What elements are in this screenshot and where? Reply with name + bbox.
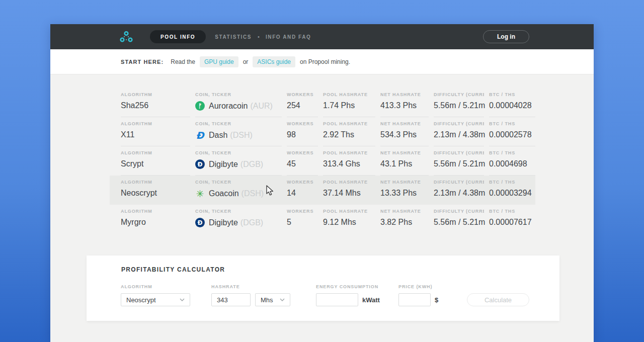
coin-cell: COIN, TICKER Ð Digibyte (DGB) bbox=[195, 205, 282, 234]
difficulty-cell: DIFFICULTY (CURRENT/.. 2.13m / 4.38m bbox=[434, 117, 484, 146]
energy-consumption-input[interactable] bbox=[316, 293, 358, 306]
gpu-guide-link[interactable]: GPU guide bbox=[200, 56, 238, 67]
pool-hashrate-value: 37.14 Mhs bbox=[323, 189, 375, 198]
net-hashrate-header: NET HASHRATE bbox=[380, 209, 429, 214]
algorithm-select-value: Neoscrypt bbox=[126, 296, 156, 304]
pool-hashrate-cell: POOL HASHRATE 313.4 Ghs bbox=[323, 146, 375, 176]
coin-name: Goacoin bbox=[209, 189, 239, 198]
algorithm-header: ALGORITHM bbox=[121, 180, 190, 185]
pool-hashrate-cell: POOL HASHRATE 9.12 Mhs bbox=[323, 205, 375, 234]
start-here-bar: START HERE: Read the GPU guide or ASICs … bbox=[50, 49, 594, 74]
algorithm-cell: ALGORITHM Myrgro bbox=[121, 205, 190, 234]
algorithm-header: ALGORITHM bbox=[121, 209, 190, 214]
coin-cell: COIN, TICKER Ð Digibyte (DGB) bbox=[195, 146, 282, 176]
net-hashrate-value: 534.3 Phs bbox=[380, 130, 429, 139]
btc-ths-value: 0.00007617 bbox=[489, 218, 535, 227]
asics-guide-link[interactable]: ASICs guide bbox=[253, 56, 295, 67]
algorithm-select[interactable]: Neoscrypt bbox=[121, 293, 190, 306]
difficulty-header: DIFFICULTY (CURRENT/.. bbox=[434, 150, 484, 155]
workers-value: 98 bbox=[287, 130, 318, 139]
energy-unit-label: kWatt bbox=[362, 296, 380, 304]
algorithm-cell: ALGORITHM Sha256 bbox=[121, 88, 190, 117]
price-kwh-input[interactable] bbox=[398, 293, 431, 306]
algorithm-header: ALGORITHM bbox=[121, 150, 190, 155]
coin-ticker-header: COIN, TICKER bbox=[195, 92, 282, 97]
app-window: POOL INFO STATISTICS • INFO AND FAQ Log … bbox=[50, 24, 594, 342]
mouse-cursor-icon bbox=[266, 185, 274, 196]
workers-header: WORKERS bbox=[287, 180, 318, 185]
coin-cell: COIN, TICKER ᚠ Auroracoin (AUR) bbox=[195, 88, 282, 117]
net-hashrate-header: NET HASHRATE bbox=[380, 150, 429, 155]
net-hashrate-value: 3.82 Phs bbox=[380, 218, 429, 227]
table-row[interactable]: ALGORITHM Scrypt COIN, TICKER Ð Digibyte… bbox=[110, 146, 535, 176]
workers-header: WORKERS bbox=[287, 121, 318, 126]
btc-ths-cell: BTC / THS 0.00003294 bbox=[489, 176, 535, 205]
hashrate-label: HASHRATE bbox=[211, 284, 240, 289]
difficulty-value: 5.56m / 5.21m bbox=[434, 101, 484, 110]
net-hashrate-cell: NET HASHRATE 13.33 Phs bbox=[380, 176, 429, 205]
pool-hashrate-cell: POOL HASHRATE 1.74 Phs bbox=[323, 88, 375, 117]
pool-hashrate-value: 1.74 Phs bbox=[323, 101, 375, 110]
coin-cell: COIN, TICKER Ð Dash (DSH) bbox=[195, 117, 282, 146]
tab-pool-info[interactable]: POOL INFO bbox=[150, 30, 206, 43]
workers-value: 254 bbox=[287, 101, 318, 110]
login-button[interactable]: Log in bbox=[483, 30, 529, 43]
table-row[interactable]: ALGORITHM Neoscrypt COIN, TICKER ✳ Goaco… bbox=[110, 176, 535, 205]
coin-ticker: (DGB) bbox=[240, 160, 263, 169]
chevron-down-icon bbox=[180, 298, 185, 301]
goacoin-icon: ✳ bbox=[195, 189, 205, 198]
hashrate-unit-value: Mhs bbox=[261, 296, 273, 304]
algorithm-value: X11 bbox=[121, 130, 190, 139]
start-here-suffix: on Propool mining. bbox=[300, 58, 350, 65]
btc-ths-header: BTC / THS bbox=[489, 92, 535, 97]
start-here-or: or bbox=[243, 58, 249, 65]
profitability-calculator-card: PROFITABILITY CALCULATOR ALGORITHM HASHR… bbox=[87, 255, 559, 321]
table-row[interactable]: ALGORITHM Sha256 COIN, TICKER ᚠ Auroraco… bbox=[110, 88, 535, 117]
difficulty-value: 5.56m / 5.21m bbox=[434, 218, 484, 227]
workers-value: 45 bbox=[287, 159, 318, 168]
calculate-button[interactable]: Calculate bbox=[467, 293, 529, 306]
workers-cell: WORKERS 45 bbox=[287, 146, 318, 176]
coin-ticker-header: COIN, TICKER bbox=[195, 209, 282, 214]
btc-ths-header: BTC / THS bbox=[489, 180, 535, 185]
hashrate-unit-select[interactable]: Mhs bbox=[255, 293, 290, 306]
difficulty-cell: DIFFICULTY (CURRENT/.. 5.56m / 5.21m bbox=[434, 88, 484, 117]
pool-hashrate-value: 9.12 Mhs bbox=[323, 218, 375, 227]
pool-hashrate-header: POOL HASHRATE bbox=[323, 121, 375, 126]
net-hashrate-cell: NET HASHRATE 413.3 Phs bbox=[380, 88, 429, 117]
workers-cell: WORKERS 5 bbox=[287, 205, 318, 234]
pool-hashrate-value: 2.92 Ths bbox=[323, 130, 375, 139]
coin-ticker-header: COIN, TICKER bbox=[195, 150, 282, 155]
difficulty-value: 2.13m / 4.38m bbox=[434, 189, 484, 198]
hashrate-input[interactable] bbox=[211, 293, 251, 306]
pool-hashrate-cell: POOL HASHRATE 2.92 Ths bbox=[323, 117, 375, 146]
workers-cell: WORKERS 98 bbox=[287, 117, 318, 146]
pool-hashrate-header: POOL HASHRATE bbox=[323, 180, 375, 185]
chevron-down-icon bbox=[280, 298, 285, 301]
coin-name: Digibyte bbox=[209, 218, 238, 227]
btc-ths-value: 0.00003294 bbox=[489, 189, 535, 198]
tab-info-and-faq[interactable]: INFO AND FAQ bbox=[266, 34, 311, 40]
table-row[interactable]: ALGORITHM Myrgro COIN, TICKER Ð Digibyte… bbox=[110, 205, 535, 234]
btc-ths-cell: BTC / THS 0.00004028 bbox=[489, 88, 535, 117]
difficulty-header: DIFFICULTY (CURRENT/.. bbox=[434, 92, 484, 97]
digibyte-icon: Ð bbox=[195, 159, 205, 169]
auroracoin-icon: ᚠ bbox=[195, 101, 205, 111]
coin-ticker-header: COIN, TICKER bbox=[195, 180, 282, 185]
coin-ticker: (DGB) bbox=[240, 218, 263, 227]
net-hashrate-cell: NET HASHRATE 534.3 Phs bbox=[380, 117, 429, 146]
net-hashrate-cell: NET HASHRATE 3.82 Phs bbox=[380, 205, 429, 234]
algorithm-value: Myrgro bbox=[121, 218, 190, 227]
net-hashrate-header: NET HASHRATE bbox=[380, 92, 429, 97]
difficulty-cell: DIFFICULTY (CURRENT/.. 2.13m / 4.38m bbox=[434, 176, 484, 205]
net-hashrate-header: NET HASHRATE bbox=[380, 180, 429, 185]
price-unit-label: $ bbox=[435, 296, 438, 304]
pool-hashrate-value: 313.4 Ghs bbox=[323, 159, 375, 168]
algorithm-cell: ALGORITHM Neoscrypt bbox=[121, 176, 190, 205]
btc-ths-cell: BTC / THS 0.00007617 bbox=[489, 205, 535, 234]
workers-header: WORKERS bbox=[287, 150, 318, 155]
table-row[interactable]: ALGORITHM X11 COIN, TICKER Ð Dash (DSH) … bbox=[110, 117, 535, 146]
calculator-title: PROFITABILITY CALCULATOR bbox=[121, 266, 225, 273]
pool-logo-icon bbox=[120, 31, 133, 42]
tab-statistics[interactable]: STATISTICS bbox=[215, 34, 252, 40]
